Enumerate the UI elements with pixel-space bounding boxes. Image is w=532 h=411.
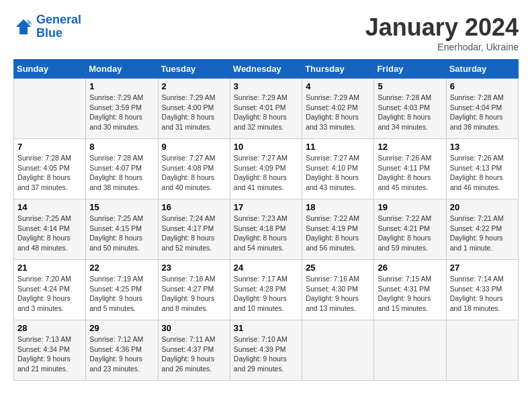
calendar-cell: 18Sunrise: 7:22 AMSunset: 4:19 PMDayligh… — [302, 199, 374, 260]
day-info: Sunrise: 7:23 AMSunset: 4:18 PMDaylight:… — [234, 214, 298, 253]
day-number: 9 — [162, 142, 226, 152]
day-number: 18 — [306, 202, 370, 212]
day-info: Sunrise: 7:26 AMSunset: 4:11 PMDaylight:… — [378, 153, 442, 193]
calendar-cell: 16Sunrise: 7:24 AMSunset: 4:17 PMDayligh… — [158, 199, 230, 260]
calendar-cell: 22Sunrise: 7:19 AMSunset: 4:25 PMDayligh… — [86, 260, 158, 320]
calendar-cell: 23Sunrise: 7:18 AMSunset: 4:27 PMDayligh… — [158, 260, 230, 320]
day-number: 15 — [89, 202, 154, 212]
calendar-cell: 10Sunrise: 7:27 AMSunset: 4:09 PMDayligh… — [230, 139, 302, 199]
calendar-cell: 27Sunrise: 7:14 AMSunset: 4:33 PMDayligh… — [446, 260, 518, 320]
calendar-week-2: 14Sunrise: 7:25 AMSunset: 4:14 PMDayligh… — [14, 199, 519, 260]
day-info: Sunrise: 7:24 AMSunset: 4:17 PMDaylight:… — [162, 214, 226, 253]
day-info: Sunrise: 7:27 AMSunset: 4:08 PMDaylight:… — [162, 153, 226, 193]
header-row: Sunday Monday Tuesday Wednesday Thursday… — [14, 60, 519, 79]
calendar-cell: 14Sunrise: 7:25 AMSunset: 4:14 PMDayligh… — [14, 199, 86, 260]
day-number: 30 — [162, 323, 226, 333]
calendar-cell: 26Sunrise: 7:15 AMSunset: 4:31 PMDayligh… — [374, 260, 446, 320]
day-info: Sunrise: 7:13 AMSunset: 4:34 PMDaylight:… — [17, 334, 82, 374]
header-saturday: Saturday — [446, 60, 518, 79]
day-number: 4 — [306, 81, 370, 91]
day-number: 2 — [162, 81, 226, 91]
day-info: Sunrise: 7:28 AMSunset: 4:04 PMDaylight:… — [450, 93, 515, 132]
day-info: Sunrise: 7:10 AMSunset: 4:39 PMDaylight:… — [234, 334, 298, 374]
calendar-cell: 30Sunrise: 7:11 AMSunset: 4:37 PMDayligh… — [158, 320, 230, 381]
day-number: 25 — [306, 263, 370, 273]
calendar-cell: 5Sunrise: 7:28 AMSunset: 4:03 PMDaylight… — [374, 79, 446, 139]
calendar-cell: 11Sunrise: 7:27 AMSunset: 4:10 PMDayligh… — [302, 139, 374, 199]
day-number: 8 — [89, 142, 154, 152]
day-number: 10 — [234, 142, 298, 152]
calendar-cell: 31Sunrise: 7:10 AMSunset: 4:39 PMDayligh… — [230, 320, 302, 381]
calendar-cell: 2Sunrise: 7:29 AMSunset: 4:00 PMDaylight… — [158, 79, 230, 139]
page-header: General Blue January 2024 Enerhodar, Ukr… — [13, 13, 519, 52]
day-info: Sunrise: 7:11 AMSunset: 4:37 PMDaylight:… — [162, 334, 226, 374]
day-info: Sunrise: 7:25 AMSunset: 4:15 PMDaylight:… — [89, 214, 154, 253]
day-number: 5 — [378, 81, 442, 91]
day-number: 6 — [450, 81, 515, 91]
day-info: Sunrise: 7:27 AMSunset: 4:10 PMDaylight:… — [306, 153, 370, 193]
day-info: Sunrise: 7:18 AMSunset: 4:27 PMDaylight:… — [162, 274, 226, 314]
calendar-cell: 17Sunrise: 7:23 AMSunset: 4:18 PMDayligh… — [230, 199, 302, 260]
calendar-cell — [14, 79, 86, 139]
day-number: 19 — [378, 202, 442, 212]
day-info: Sunrise: 7:16 AMSunset: 4:30 PMDaylight:… — [306, 274, 370, 314]
day-number: 31 — [234, 323, 298, 333]
calendar-week-3: 21Sunrise: 7:20 AMSunset: 4:24 PMDayligh… — [14, 260, 519, 320]
calendar-cell: 20Sunrise: 7:21 AMSunset: 4:22 PMDayligh… — [446, 199, 518, 260]
svg-marker-1 — [28, 19, 33, 24]
calendar-cell: 4Sunrise: 7:29 AMSunset: 4:02 PMDaylight… — [302, 79, 374, 139]
day-info: Sunrise: 7:21 AMSunset: 4:22 PMDaylight:… — [450, 214, 515, 253]
header-friday: Friday — [374, 60, 446, 79]
day-info: Sunrise: 7:29 AMSunset: 4:00 PMDaylight:… — [162, 93, 226, 132]
day-number: 28 — [17, 323, 82, 333]
header-tuesday: Tuesday — [158, 60, 230, 79]
day-number: 13 — [450, 142, 515, 152]
calendar-header: Sunday Monday Tuesday Wednesday Thursday… — [14, 60, 519, 79]
day-number: 27 — [450, 263, 515, 273]
day-info: Sunrise: 7:17 AMSunset: 4:28 PMDaylight:… — [234, 274, 298, 314]
day-number: 23 — [162, 263, 226, 273]
calendar-week-0: 1Sunrise: 7:29 AMSunset: 3:59 PMDaylight… — [14, 79, 519, 139]
day-info: Sunrise: 7:29 AMSunset: 4:01 PMDaylight:… — [234, 93, 298, 132]
calendar-cell: 7Sunrise: 7:28 AMSunset: 4:05 PMDaylight… — [14, 139, 86, 199]
calendar-week-4: 28Sunrise: 7:13 AMSunset: 4:34 PMDayligh… — [14, 320, 519, 381]
day-info: Sunrise: 7:12 AMSunset: 4:36 PMDaylight:… — [89, 334, 154, 374]
day-number: 21 — [17, 263, 82, 273]
day-info: Sunrise: 7:28 AMSunset: 4:07 PMDaylight:… — [89, 153, 154, 193]
calendar-cell — [374, 320, 446, 381]
calendar-cell: 25Sunrise: 7:16 AMSunset: 4:30 PMDayligh… — [302, 260, 374, 320]
calendar-cell: 13Sunrise: 7:26 AMSunset: 4:13 PMDayligh… — [446, 139, 518, 199]
calendar-cell: 15Sunrise: 7:25 AMSunset: 4:15 PMDayligh… — [86, 199, 158, 260]
day-info: Sunrise: 7:14 AMSunset: 4:33 PMDaylight:… — [450, 274, 515, 314]
day-number: 11 — [306, 142, 370, 152]
day-info: Sunrise: 7:28 AMSunset: 4:05 PMDaylight:… — [17, 153, 82, 193]
day-info: Sunrise: 7:26 AMSunset: 4:13 PMDaylight:… — [450, 153, 515, 193]
day-number: 17 — [234, 202, 298, 212]
calendar-cell — [302, 320, 374, 381]
day-info: Sunrise: 7:28 AMSunset: 4:03 PMDaylight:… — [378, 93, 442, 132]
calendar-cell: 1Sunrise: 7:29 AMSunset: 3:59 PMDaylight… — [86, 79, 158, 139]
day-info: Sunrise: 7:29 AMSunset: 3:59 PMDaylight:… — [89, 93, 154, 132]
day-number: 24 — [234, 263, 298, 273]
day-info: Sunrise: 7:27 AMSunset: 4:09 PMDaylight:… — [234, 153, 298, 193]
logo-line2: Blue — [36, 26, 62, 40]
calendar-cell: 8Sunrise: 7:28 AMSunset: 4:07 PMDaylight… — [86, 139, 158, 199]
calendar-cell — [446, 320, 518, 381]
day-number: 20 — [450, 202, 515, 212]
header-thursday: Thursday — [302, 60, 374, 79]
day-info: Sunrise: 7:25 AMSunset: 4:14 PMDaylight:… — [17, 214, 82, 253]
calendar-table: Sunday Monday Tuesday Wednesday Thursday… — [13, 59, 519, 381]
day-info: Sunrise: 7:19 AMSunset: 4:25 PMDaylight:… — [89, 274, 154, 314]
header-monday: Monday — [86, 60, 158, 79]
day-number: 7 — [17, 142, 82, 152]
title-block: January 2024 Enerhodar, Ukraine — [365, 13, 519, 52]
calendar-cell: 12Sunrise: 7:26 AMSunset: 4:11 PMDayligh… — [374, 139, 446, 199]
calendar-cell: 3Sunrise: 7:29 AMSunset: 4:01 PMDaylight… — [230, 79, 302, 139]
day-info: Sunrise: 7:22 AMSunset: 4:19 PMDaylight:… — [306, 214, 370, 253]
calendar-cell: 9Sunrise: 7:27 AMSunset: 4:08 PMDaylight… — [158, 139, 230, 199]
month-title: January 2024 — [365, 13, 519, 42]
calendar-cell: 21Sunrise: 7:20 AMSunset: 4:24 PMDayligh… — [14, 260, 86, 320]
day-number: 3 — [234, 81, 298, 91]
day-number: 16 — [162, 202, 226, 212]
day-number: 1 — [89, 81, 154, 91]
